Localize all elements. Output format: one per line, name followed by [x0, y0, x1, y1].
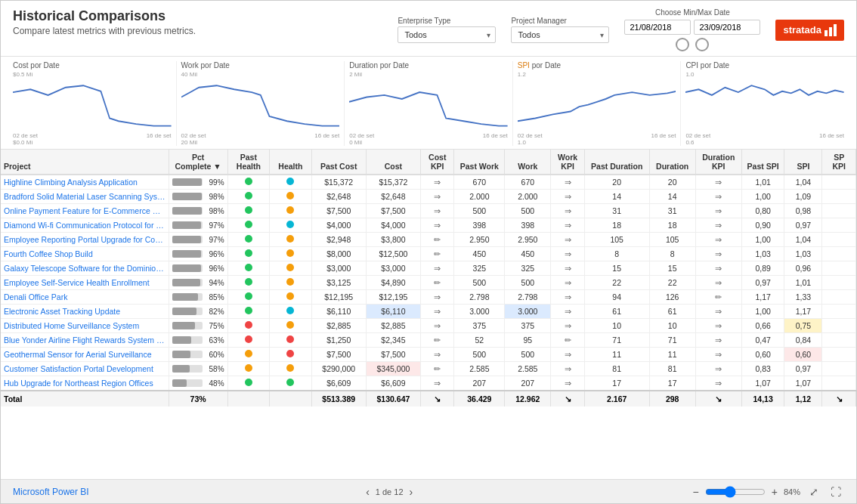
cell-cost-kpi: ✏ — [421, 276, 454, 290]
cell-health — [270, 290, 312, 305]
chart-duration-y-top: 2 Mil — [349, 71, 508, 78]
col-project: Project — [1, 150, 169, 175]
health-dot — [286, 249, 294, 257]
cell-past-work: 2.950 — [454, 233, 505, 247]
cell-spi: 1,07 — [784, 376, 822, 391]
chart-work-title: Work por Date — [181, 61, 340, 70]
cell-project[interactable]: Diamond Wi-fi Communication Protocol for… — [1, 218, 169, 233]
cell-past-spi: 0,97 — [741, 276, 784, 290]
cell-project[interactable]: Employee Self-Service Health Enrollment — [1, 276, 169, 290]
footer-past-duration: 2.167 — [584, 391, 649, 407]
cell-dur-kpi: ⇒ — [695, 276, 741, 290]
cell-spi: 0,96 — [784, 261, 822, 276]
chart-cost-title: Cost por Date — [13, 61, 172, 70]
cell-cost-kpi: ⇒ — [421, 319, 454, 333]
chart-cost: Cost por Date $0.5 Mi 02 de set 16 de se… — [8, 61, 177, 146]
health-dot — [286, 206, 294, 214]
cell-past-health — [227, 319, 270, 333]
chart-cpi-x2: 16 de set — [819, 132, 844, 139]
table-footer-row: Total 73% $513.389 $130.647 ↘ 36.429 12.… — [1, 391, 856, 407]
prev-page-button[interactable]: ‹ — [366, 486, 370, 498]
share-button[interactable]: ⤢ — [806, 484, 821, 499]
cell-pct: 97% — [169, 233, 227, 247]
cell-work-kpi: ⇒ — [551, 305, 584, 319]
cell-past-health — [227, 290, 270, 305]
cell-past-cost: $3,000 — [311, 261, 366, 276]
cell-dur-kpi: ✏ — [695, 290, 741, 305]
cell-spi: 1,04 — [784, 233, 822, 247]
cell-project[interactable]: Distributed Home Surveillance System — [1, 319, 169, 333]
cell-project[interactable]: Hub Upgrade for Northeast Region Offices — [1, 376, 169, 391]
chart-cpi-x1: 02 de set — [685, 132, 710, 139]
cell-sp-kpi — [822, 348, 856, 362]
cell-past-work: 500 — [454, 276, 505, 290]
cell-dur-kpi: ⇒ — [695, 218, 741, 233]
health-dot — [286, 307, 294, 314]
cell-spi: 1,01 — [784, 276, 822, 290]
cell-cost: $6,110 — [366, 305, 420, 319]
col-cost-kpi: CostKPI — [421, 150, 454, 175]
cell-dur-kpi: ⇒ — [695, 261, 741, 276]
cell-past-spi: 0,83 — [741, 362, 784, 376]
cell-project[interactable]: Galaxy Telescope Software for the Domini… — [1, 261, 169, 276]
cell-cost: $345,000 — [366, 362, 420, 376]
cell-past-duration: 8 — [584, 247, 649, 261]
cell-past-spi: 1,03 — [741, 247, 784, 261]
cell-project[interactable]: Blue Yonder Airline Flight Rewards Syste… — [1, 333, 169, 348]
cell-past-duration: 71 — [584, 333, 649, 348]
health-dot — [286, 235, 294, 243]
next-page-button[interactable]: › — [410, 486, 413, 498]
cell-project[interactable]: Online Payment Feature for E-Commerce Si… — [1, 204, 169, 218]
cell-pct: 60% — [169, 348, 227, 362]
enterprise-type-filter: Enterprise Type Todos — [398, 17, 496, 43]
fullscreen-button[interactable]: ⛶ — [828, 484, 844, 499]
table-row: Employee Reporting Portal Upgrade for Co… — [1, 233, 856, 247]
health-dot — [286, 292, 294, 300]
cell-work: 500 — [505, 276, 551, 290]
cell-project[interactable]: Highline Climbing Analysis Application — [1, 175, 169, 190]
cell-cost-kpi: ⇒ — [421, 305, 454, 319]
cell-pct: 58% — [169, 362, 227, 376]
cell-work-kpi: ⇒ — [551, 376, 584, 391]
cell-cost: $7,500 — [366, 348, 420, 362]
enterprise-type-select[interactable]: Todos — [398, 26, 496, 43]
col-past-health: PastHealth — [227, 150, 270, 175]
cell-duration: 8 — [649, 247, 695, 261]
zoom-out-button[interactable]: − — [690, 484, 702, 499]
cell-project[interactable]: Bradford Solid Material Laser Scanning S… — [1, 190, 169, 204]
cell-project[interactable]: Electronic Asset Tracking Update — [1, 305, 169, 319]
enterprise-type-select-wrapper[interactable]: Todos — [398, 26, 496, 43]
cell-project[interactable]: Fourth Coffee Shop Build — [1, 247, 169, 261]
project-manager-select-wrapper[interactable]: Todos — [511, 26, 609, 43]
cell-work-kpi: ⇒ — [551, 233, 584, 247]
zoom-in-button[interactable]: + — [769, 484, 781, 499]
cell-project[interactable]: Geothermal Sensor for Aerial Surveillanc… — [1, 348, 169, 362]
cell-past-work: 375 — [454, 319, 505, 333]
col-pct[interactable]: PctComplete ▼ — [169, 150, 227, 175]
footer-dur-kpi: ↘ — [695, 391, 741, 407]
cell-past-duration: 22 — [584, 276, 649, 290]
cell-work-kpi: ⇒ — [551, 362, 584, 376]
cell-duration: 71 — [649, 333, 695, 348]
project-manager-select[interactable]: Todos — [511, 26, 609, 43]
chart-cost-y-top: $0.5 Mi — [13, 71, 172, 78]
cell-duration: 61 — [649, 305, 695, 319]
cell-cost: $2,648 — [366, 190, 420, 204]
cell-project[interactable]: Customer Satisfaction Portal Development — [1, 362, 169, 376]
cell-health — [270, 190, 312, 204]
date-to-input[interactable] — [694, 20, 760, 35]
cell-past-duration: 81 — [584, 362, 649, 376]
cell-sp-kpi — [822, 362, 856, 376]
zoom-slider[interactable] — [705, 486, 766, 498]
chart-spi: SPI por Date 1.2 02 de set 16 de set 1.0 — [513, 61, 682, 146]
cell-pct: 96% — [169, 247, 227, 261]
cell-project[interactable]: Employee Reporting Portal Upgrade for Co… — [1, 233, 169, 247]
date-from-input[interactable] — [624, 20, 691, 35]
cell-project[interactable]: Denali Office Park — [1, 290, 169, 305]
cell-duration: 11 — [649, 348, 695, 362]
brand-link[interactable]: Microsoft Power BI — [13, 487, 89, 497]
footer-cost-kpi: ↘ — [421, 391, 454, 407]
col-cost: Cost — [366, 150, 420, 175]
chart-cost-y-bot: $0.0 Mi — [13, 139, 172, 146]
cell-sp-kpi — [822, 319, 856, 333]
